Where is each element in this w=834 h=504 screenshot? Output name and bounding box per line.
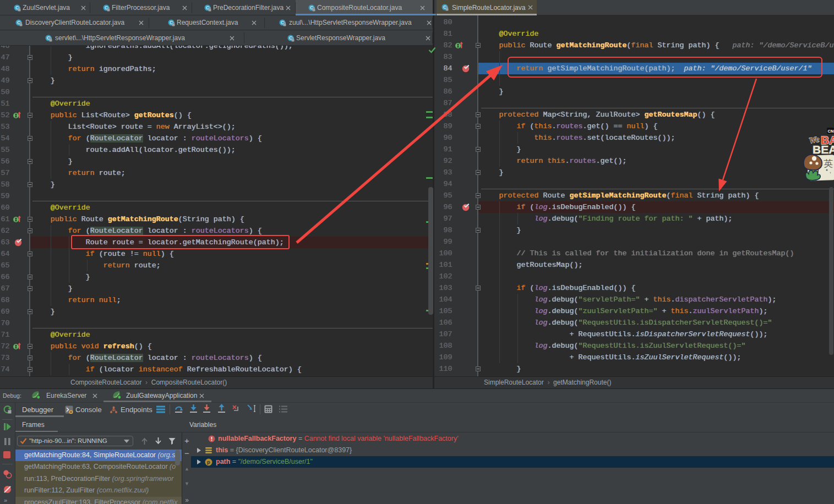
svg-text:BEA: BEA xyxy=(813,143,834,156)
svg-text:CN: CN xyxy=(828,129,834,134)
svg-text:英: 英 xyxy=(824,158,833,169)
svg-text:,: , xyxy=(830,168,831,174)
